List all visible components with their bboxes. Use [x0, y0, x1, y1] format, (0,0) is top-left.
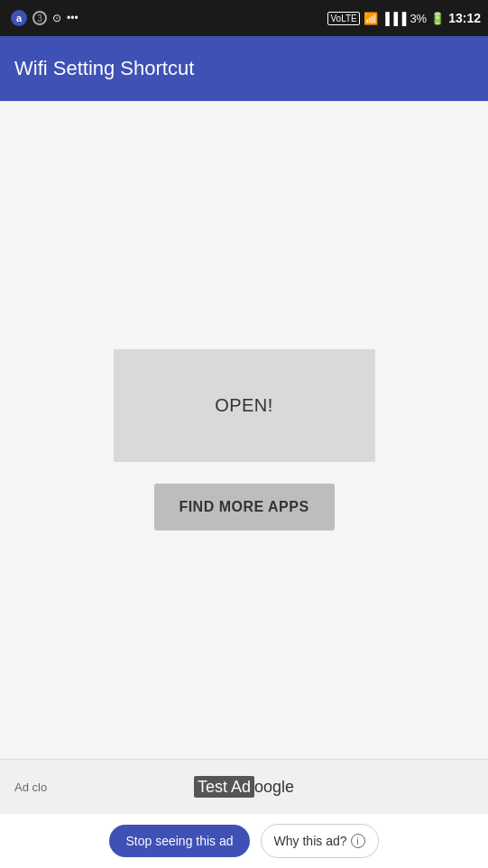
find-more-apps-button[interactable]: FIND MORE APPS: [154, 484, 335, 531]
battery-percent: 3%: [410, 12, 427, 25]
overflow-icon: •••: [67, 12, 78, 24]
status-bar: a 3 ⊙ ••• VoLTE 📶 ▐▐▐ 3% 🔋 13:12: [0, 0, 488, 36]
info-icon: i: [351, 834, 365, 848]
ad-test-label: Test Adoogle: [194, 778, 294, 797]
timer-icon: ⊙: [52, 12, 61, 24]
status-left-icons: a 3 ⊙ •••: [11, 10, 78, 26]
status-right-icons: VoLTE 📶 ▐▐▐ 3% 🔋 13:12: [327, 11, 481, 25]
why-this-ad-label: Why this ad?: [274, 834, 347, 848]
wifi-icon: 📶: [364, 12, 378, 25]
ad-test-highlight: Test Ad: [194, 776, 254, 798]
open-button[interactable]: OPEN!: [114, 349, 375, 462]
app-title: Wifi Setting Shortcut: [14, 57, 194, 80]
main-content: OPEN! FIND MORE APPS: [0, 101, 488, 778]
app-notification-icon: a: [11, 10, 27, 26]
why-this-ad-button[interactable]: Why this ad? i: [261, 824, 379, 858]
battery-icon: 🔋: [430, 12, 445, 25]
ad-prefix-label: Ad clo: [14, 780, 47, 794]
ad-content: Ad clo Test Adoogle: [0, 760, 488, 814]
app-bar: Wifi Setting Shortcut: [0, 36, 488, 101]
volte-icon: VoLTE: [327, 12, 359, 25]
status-time: 13:12: [448, 11, 481, 25]
ad-area: Ad clo Test Adoogle Stop seeing this ad …: [0, 759, 488, 868]
ad-action-buttons: Stop seeing this ad Why this ad? i: [0, 814, 488, 868]
stop-seeing-ad-button[interactable]: Stop seeing this ad: [109, 825, 249, 857]
notification-badge: 3: [32, 11, 47, 25]
signal-icon: ▐▐▐: [382, 12, 407, 25]
